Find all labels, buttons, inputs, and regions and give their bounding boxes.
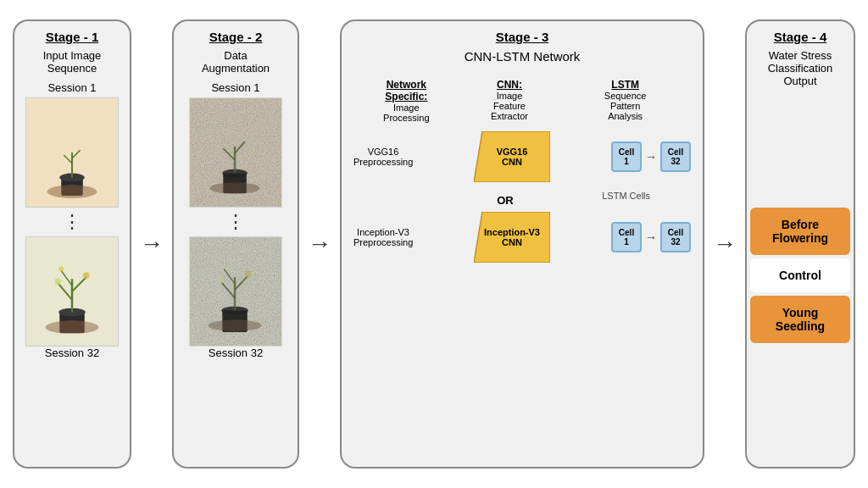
svg-point-6 [47, 185, 97, 198]
output-before-flowering: BeforeFlowering [750, 208, 850, 255]
inception-cell32: Cell32 [660, 222, 691, 252]
svg-point-32 [217, 276, 224, 283]
stage1-image-bottom [25, 236, 119, 347]
stage2-subtitle: DataAugmentation [202, 49, 270, 75]
stage1-subtitle: Input ImageSequence [43, 49, 102, 75]
stage4-title: Stage - 4 [774, 30, 827, 44]
stage3-col3-sub: SequencePatternAnalysis [579, 91, 672, 121]
stage2-image-bottom [189, 236, 282, 347]
stage2-session-bottom: Session 32 [209, 347, 263, 359]
lstm-cells-label: LSTM Cells [580, 191, 673, 210]
vgg16-cnn-label: VGG16CNN [497, 147, 528, 167]
arrow-3: → [713, 230, 737, 258]
svg-point-16 [58, 267, 64, 272]
stage3-title: Stage - 3 [496, 30, 549, 44]
vgg16-cell1: Cell1 [611, 141, 642, 172]
stage3-col3-title: LSTM [579, 79, 672, 91]
output-control: Control [750, 258, 850, 292]
arrow-1: → [140, 230, 164, 258]
inception-cnn-shape: Inception-V3CNN [474, 212, 550, 263]
stage-1-box: Stage - 1 Input ImageSequence Session 1 … [13, 19, 131, 469]
vgg16-preprocess-label: VGG16Preprocessing [353, 147, 413, 167]
stage-3-box: Stage - 3 CNN-LSTM Network NetworkSpecif… [340, 19, 704, 469]
stage-4-box: Stage - 4 Water StressClassificationOutp… [745, 19, 855, 469]
stage3-col2-header: CNN: ImageFeatureExtractor [471, 79, 548, 123]
stage3-col1-title: NetworkSpecific: [372, 79, 440, 103]
inception-cell1: Cell1 [611, 222, 642, 252]
svg-point-33 [245, 270, 252, 277]
stage3-main-title: CNN-LSTM Network [465, 49, 581, 64]
svg-point-24 [210, 182, 260, 194]
stage3-col2-sub: ImageFeatureExtractor [471, 91, 548, 121]
vgg16-arrow: → [645, 150, 657, 164]
pipeline-row-2: Inception-V3Preprocessing Inception-V3CN… [348, 212, 696, 263]
stage4-subtitle: Water StressClassificationOutput [768, 49, 833, 87]
vgg16-lstm-cells: Cell1 → Cell32 [611, 141, 691, 172]
stage2-title: Stage - 2 [209, 30, 263, 44]
or-row: OR LSTM Cells [348, 191, 696, 210]
svg-point-15 [83, 272, 90, 279]
stage1-dots: ⋮ [63, 211, 81, 233]
stage2-dots: ⋮ [226, 211, 245, 233]
inception-lstm-cells: Cell1 → Cell32 [611, 222, 691, 252]
stage2-image-top [189, 97, 282, 208]
diagram: Stage - 1 Input ImageSequence Session 1 … [6, 7, 862, 481]
output-young-seedling: YoungSeedling [750, 296, 850, 343]
inception-cnn-label: Inception-V3CNN [484, 227, 540, 247]
inception-arrow: → [645, 230, 657, 244]
or-label: OR [467, 194, 543, 207]
stage1-session-top: Session 1 [47, 81, 96, 94]
stage-2-box: Stage - 2 DataAugmentation Session 1 ⋮ [172, 19, 299, 469]
stage3-col1-header: NetworkSpecific: ImageProcessing [372, 79, 440, 123]
stage1-image-top [25, 97, 119, 208]
svg-point-14 [54, 278, 61, 285]
arrow-2: → [308, 230, 331, 258]
inception-preprocess-label: Inception-V3Preprocessing [353, 227, 413, 247]
pipeline-row-1: VGG16Preprocessing VGG16CNN Cell1 → Cell… [348, 131, 696, 182]
stage1-session-bottom: Session 32 [45, 347, 99, 359]
stage3-col1-sub: ImageProcessing [372, 103, 440, 123]
svg-point-17 [46, 320, 99, 334]
stage2-session-top: Session 1 [211, 81, 259, 94]
vgg16-cnn-shape: VGG16CNN [474, 131, 550, 182]
stage3-col2-title: CNN: [471, 79, 548, 91]
svg-point-34 [209, 319, 262, 331]
stage3-col3-header: LSTM SequencePatternAnalysis [579, 79, 672, 123]
stage1-title: Stage - 1 [46, 30, 99, 44]
vgg16-cell32: Cell32 [660, 141, 691, 172]
stage4-outputs: BeforeFlowering Control YoungSeedling [754, 96, 847, 458]
stage3-headers: NetworkSpecific: ImageProcessing CNN: Im… [348, 79, 696, 123]
